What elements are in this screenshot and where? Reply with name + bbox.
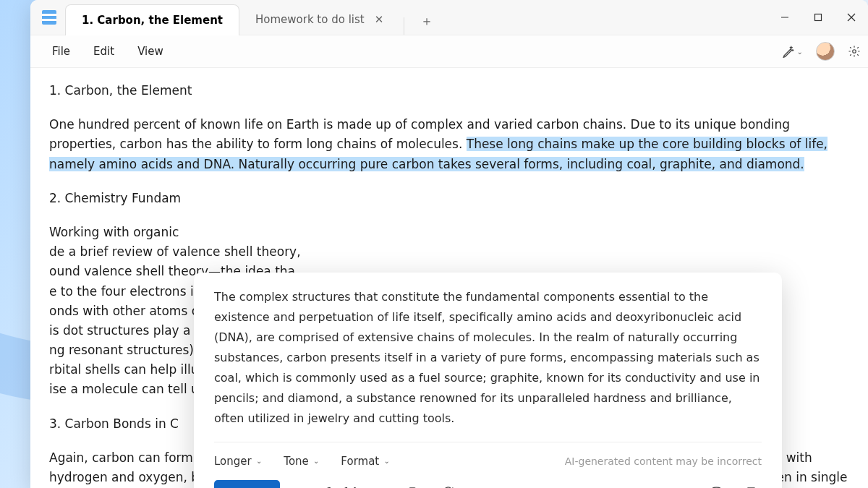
ai-rewrite-popup: The complex structures that constitute t… [194,273,782,488]
format-option[interactable]: Format ⌄ [341,453,389,470]
suggestion-pager: ◀ 1 of 4 ▶ [294,482,389,489]
ai-disclaimer: AI-generated content may be incorrect [565,453,762,469]
paragraph-1: One hundred percent of known life on Ear… [49,115,849,174]
user-avatar[interactable] [816,42,835,61]
heading-1: 1. Carbon, the Element [49,81,849,100]
tab-label: 1. Carbon, the Element [82,14,223,27]
maximize-button[interactable] [801,0,835,35]
copy-button[interactable] [402,481,424,489]
tab-divider [404,17,404,35]
document-area[interactable]: 1. Carbon, the Element One hundred perce… [30,68,868,488]
chevron-down-icon: ⌄ [381,455,390,467]
chevron-down-icon: ⌄ [797,48,803,56]
notepad-icon [42,10,56,25]
replace-button[interactable]: Replace [214,480,280,488]
ai-suggestion-text: The complex structures that constitute t… [214,287,762,429]
tab-carbon-element[interactable]: 1. Carbon, the Element [65,4,239,35]
regenerate-button[interactable] [437,481,459,489]
menu-file[interactable]: File [41,40,82,62]
tab-label: Homework to do list [255,13,365,26]
app-window: 1. Carbon, the Element Homework to do li… [30,0,868,488]
chevron-down-icon: ⌄ [311,455,320,467]
settings-button[interactable] [848,45,861,58]
ai-rewrite-button[interactable]: ⌄ [782,45,803,58]
prev-suggestion-button[interactable]: ◀ [294,482,315,489]
menu-edit[interactable]: Edit [82,40,126,62]
close-icon[interactable]: ✕ [375,13,384,26]
tone-option[interactable]: Tone ⌄ [284,453,319,470]
popup-options-row: Longer ⌄ Tone ⌄ Format ⌄ AI-generated co… [214,442,762,470]
heading-2: 2. Chemistry Fundam [49,189,849,208]
popup-actions-row: Replace ◀ 1 of 4 ▶ [214,480,762,488]
feedback-flag-button[interactable] [740,481,762,489]
chevron-down-icon: ⌄ [254,455,263,467]
tab-homework-list[interactable]: Homework to do list ✕ [239,4,399,35]
next-suggestion-button[interactable]: ▶ [369,482,389,489]
data-source-button[interactable] [705,481,727,489]
tab-strip: 1. Carbon, the Element Homework to do li… [65,0,441,35]
new-tab-button[interactable]: ＋ [413,7,441,35]
close-button[interactable] [835,0,868,35]
window-controls [768,0,868,35]
menu-bar: File Edit View ⌄ [30,35,868,68]
suggestion-count: 1 of 4 [320,484,363,489]
menu-view[interactable]: View [126,40,175,62]
title-bar: 1. Carbon, the Element Homework to do li… [30,0,868,35]
svg-rect-1 [815,14,822,21]
svg-point-4 [853,50,856,53]
minimize-button[interactable] [768,0,801,35]
length-option[interactable]: Longer ⌄ [214,453,262,470]
dismiss-button[interactable] [472,481,493,489]
